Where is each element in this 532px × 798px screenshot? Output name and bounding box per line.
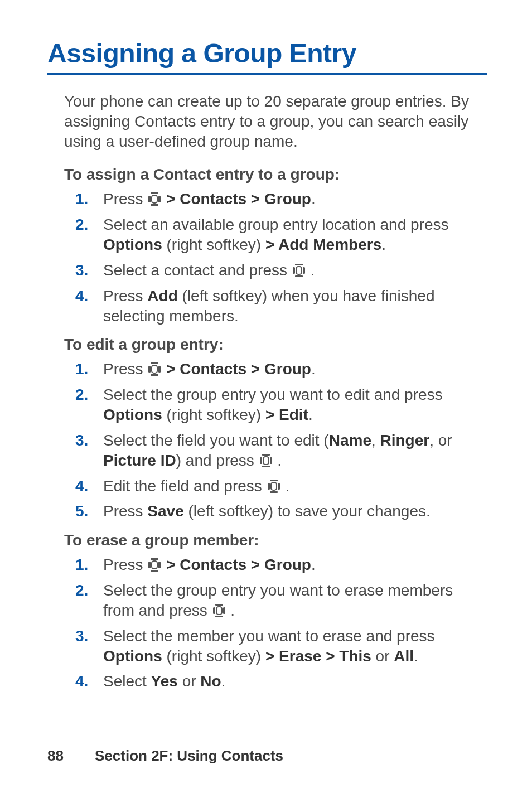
list-item: Edit the field and press .: [103, 476, 487, 496]
step-text: .: [311, 556, 316, 573]
step-text: ,: [371, 432, 380, 449]
step-text: Press: [103, 502, 147, 520]
step-bold: > Contacts > Group: [162, 556, 311, 573]
step-text: or: [178, 673, 200, 690]
intro-paragraph: Your phone can create up to 20 separate …: [64, 91, 487, 151]
step-text: Select a contact and press: [103, 262, 292, 279]
step-text: Press: [103, 190, 147, 207]
step-bold: > Contacts > Group: [162, 360, 311, 378]
step-text: .: [311, 190, 316, 207]
step-bold: Options: [103, 647, 162, 665]
page-title: Assigning a Group Entry: [47, 38, 487, 69]
list-item: Select an available group entry location…: [103, 215, 487, 255]
step-text: Select the group entry you want to erase…: [103, 582, 453, 619]
step-text: , or: [429, 432, 452, 449]
step-bold: No: [200, 673, 221, 690]
subheading-erase: To erase a group member:: [64, 531, 487, 549]
step-text: Select the group entry you want to edit …: [103, 386, 443, 403]
step-bold: Options: [103, 406, 162, 423]
steps-edit: Press > Contacts > Group. Select the gro…: [64, 359, 487, 521]
list-item: Press > Contacts > Group.: [103, 359, 487, 379]
step-text: .: [221, 673, 226, 690]
step-bold: > Erase > This: [265, 647, 371, 665]
step-text: (right softkey): [162, 647, 265, 665]
step-bold: Yes: [151, 673, 178, 690]
step-bold: All: [394, 647, 414, 665]
step-text: .: [311, 360, 316, 378]
step-bold: Name: [329, 432, 371, 449]
step-text: Press: [103, 360, 147, 378]
list-item: Select Yes or No.: [103, 671, 487, 691]
step-bold: Add: [147, 287, 177, 304]
step-text: .: [414, 647, 418, 665]
step-text: (left softkey) to save your changes.: [184, 502, 431, 520]
step-text: Press: [103, 556, 147, 573]
page-footer: 88Section 2F: Using Contacts: [47, 747, 283, 765]
section-label: Section 2F: Using Contacts: [95, 747, 283, 764]
step-text: or: [371, 647, 394, 665]
step-text: Select an available group entry location…: [103, 216, 449, 233]
step-text: (right softkey): [162, 236, 265, 253]
step-bold: Save: [147, 502, 183, 520]
step-bold: > Add Members: [265, 236, 381, 253]
subheading-edit: To edit a group entry:: [64, 336, 487, 354]
nav-key-icon: [260, 454, 272, 467]
step-text: Select: [103, 673, 151, 690]
list-item: Select the field you want to edit (Name,…: [103, 431, 487, 471]
nav-key-icon: [293, 264, 305, 277]
nav-key-icon: [213, 604, 225, 617]
step-text: Edit the field and press: [103, 477, 267, 495]
step-bold: Ringer: [380, 432, 430, 449]
title-underline: [47, 73, 487, 75]
step-text: Select the member you want to erase and …: [103, 627, 435, 645]
subheading-assign: To assign a Contact entry to a group:: [64, 166, 487, 183]
nav-key-icon: [148, 362, 161, 376]
step-text: Select the field you want to edit (: [103, 432, 329, 449]
step-text: ) and press: [176, 452, 259, 469]
nav-key-icon: [268, 480, 280, 493]
list-item: Select the member you want to erase and …: [103, 626, 487, 666]
step-text: (right softkey): [162, 406, 265, 423]
step-text: .: [281, 477, 290, 495]
page-number: 88: [47, 747, 95, 765]
list-item: Select the group entry you want to edit …: [103, 385, 487, 425]
step-text: .: [273, 452, 282, 469]
list-item: Press Save (left softkey) to save your c…: [103, 501, 487, 521]
step-text: Press: [103, 287, 147, 304]
page-body: Your phone can create up to 20 separate …: [47, 91, 487, 691]
list-item: Press Add (left softkey) when you have f…: [103, 286, 487, 326]
step-text: .: [308, 406, 313, 423]
step-text: .: [381, 236, 386, 253]
list-item: Select a contact and press .: [103, 260, 487, 280]
step-text: .: [226, 602, 235, 619]
step-bold: Picture ID: [103, 452, 176, 469]
steps-erase: Press > Contacts > Group. Select the gro…: [64, 555, 487, 691]
manual-page: Assigning a Group Entry Your phone can c…: [0, 0, 532, 798]
step-bold: > Contacts > Group: [162, 190, 311, 207]
steps-assign: Press > Contacts > Group. Select an avai…: [64, 189, 487, 326]
step-text: .: [306, 262, 315, 279]
nav-key-icon: [148, 192, 161, 206]
list-item: Select the group entry you want to erase…: [103, 581, 487, 621]
step-bold: Options: [103, 236, 162, 253]
nav-key-icon: [148, 558, 161, 572]
list-item: Press > Contacts > Group.: [103, 555, 487, 575]
list-item: Press > Contacts > Group.: [103, 189, 487, 209]
step-bold: > Edit: [265, 406, 308, 423]
